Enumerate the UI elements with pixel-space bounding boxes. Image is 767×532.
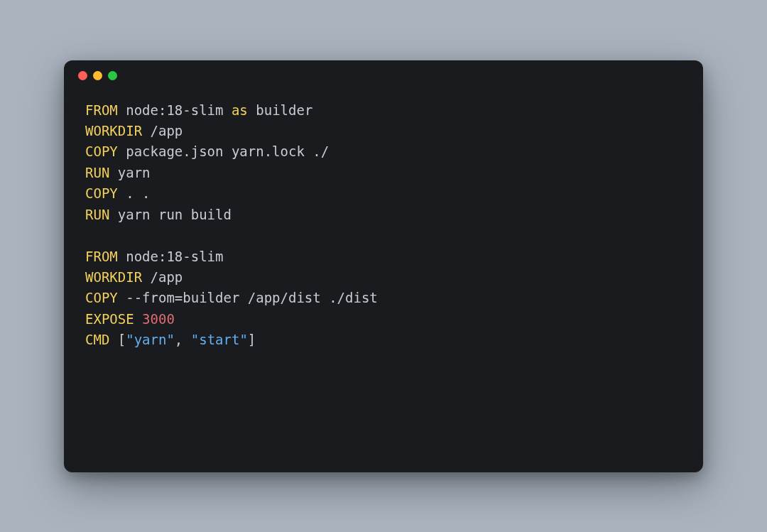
window-titlebar <box>64 60 703 92</box>
code-line: CMD ["yarn", "start"] <box>85 330 682 350</box>
code-token: as <box>232 102 248 118</box>
code-line: EXPOSE 3000 <box>85 309 682 330</box>
code-token: COPY <box>85 290 118 305</box>
code-token: FROM <box>85 249 118 264</box>
code-block: FROM node:18-slim as builderWORKDIR /app… <box>64 92 703 372</box>
code-line: WORKDIR /app <box>85 267 682 288</box>
code-token: FROM <box>85 102 118 118</box>
code-token: 3000 <box>142 311 175 327</box>
code-token: --from=builder /app/dist ./dist <box>118 290 378 305</box>
code-token: COPY <box>85 185 118 201</box>
code-token: , <box>175 332 191 347</box>
code-token: RUN <box>85 165 109 180</box>
code-token: WORKDIR <box>85 123 142 139</box>
code-token: [ <box>109 332 126 347</box>
code-line: FROM node:18-slim as builder <box>85 100 682 121</box>
code-token <box>134 311 142 327</box>
code-token: WORKDIR <box>85 269 142 285</box>
close-icon[interactable] <box>78 71 87 80</box>
maximize-icon[interactable] <box>108 71 117 80</box>
code-token: package.json yarn.lock ./ <box>118 143 329 159</box>
code-token: ] <box>248 332 256 347</box>
code-token: node:18-slim <box>118 102 232 118</box>
code-token: yarn <box>109 165 150 180</box>
code-token: COPY <box>85 143 118 159</box>
code-token: builder <box>248 102 313 118</box>
code-line <box>85 225 682 246</box>
code-line: COPY package.json yarn.lock ./ <box>85 141 682 162</box>
code-token: CMD <box>85 332 109 347</box>
code-token: . . <box>118 185 151 201</box>
code-token: yarn run build <box>109 207 232 222</box>
code-token: "yarn" <box>126 332 175 347</box>
code-token: EXPOSE <box>85 311 134 327</box>
code-line: RUN yarn <box>85 163 682 183</box>
code-line: COPY . . <box>85 183 682 204</box>
code-token: RUN <box>85 207 109 222</box>
terminal-window: FROM node:18-slim as builderWORKDIR /app… <box>64 60 703 472</box>
code-token: "start" <box>191 332 248 347</box>
code-line: WORKDIR /app <box>85 121 682 141</box>
code-line: COPY --from=builder /app/dist ./dist <box>85 288 682 308</box>
code-token: /app <box>142 123 183 139</box>
code-line: RUN yarn run build <box>85 205 682 225</box>
code-token: node:18-slim <box>118 249 224 264</box>
code-line: FROM node:18-slim <box>85 246 682 267</box>
minimize-icon[interactable] <box>93 71 102 80</box>
code-token: /app <box>142 269 183 285</box>
